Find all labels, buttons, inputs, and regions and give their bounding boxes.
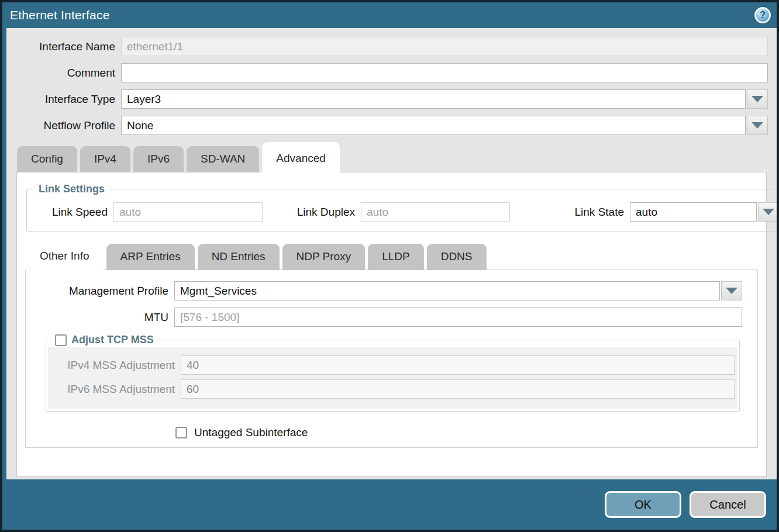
link-settings-fieldset: Link Settings Link Speed Link Duplex Lin… [26,183,777,232]
link-settings-legend: Link Settings [39,183,105,195]
netflow-profile-value[interactable]: None [121,116,746,135]
untagged-subinterface-checkbox[interactable] [175,427,187,438]
inner-tab-bar: Other Info ARP Entries ND Entries NDP Pr… [17,240,766,270]
ok-button[interactable]: OK [605,491,681,518]
comment-row: Comment [6,63,777,82]
link-duplex-label: Link Duplex [292,206,361,219]
interface-name-input [121,37,768,56]
tab-sd-wan[interactable]: SD-WAN [187,146,259,172]
chevron-down-icon [726,288,737,294]
ipv6-mss-row: IPv6 MSS Adjustment [51,379,735,399]
chevron-down-icon [752,96,763,102]
tab-advanced[interactable]: Advanced [262,142,340,172]
tab-config[interactable]: Config [17,146,77,172]
link-state-label: Link State [571,206,630,219]
chevron-down-icon [763,209,774,215]
interface-name-label: Interface Name [6,40,121,53]
netflow-profile-row: Netflow Profile None [6,116,777,135]
main-tab-bar: Config IPv4 IPv6 SD-WAN Advanced [6,142,777,172]
ipv6-mss-input [181,379,735,399]
untagged-subinterface-label: Untagged Subinterface [194,426,308,439]
interface-type-select[interactable]: Layer3 [121,89,768,109]
link-state-dropdown-button[interactable] [758,202,777,222]
adjust-tcp-mss-fieldset: Adjust TCP MSS IPv4 MSS Adjustment IPv6 … [46,334,740,412]
ethernet-interface-dialog: Ethernet Interface ? Interface Name Comm… [0,0,779,532]
dialog-body: Interface Name Comment Interface Type La… [6,28,777,479]
advanced-tab-panel: Link Settings Link Speed Link Duplex Lin… [16,172,767,476]
tab-ndp-proxy[interactable]: NDP Proxy [282,244,366,270]
link-settings-row: Link Speed Link Duplex Link State auto [32,198,777,222]
link-speed-label: Link Speed [32,206,113,219]
management-profile-row: Management Profile Mgmt_Services [41,281,742,300]
tab-nd-entries[interactable]: ND Entries [198,244,280,270]
cancel-button[interactable]: Cancel [690,491,766,518]
tab-lldp[interactable]: LLDP [368,244,424,270]
mtu-row: MTU [41,308,742,327]
ipv4-mss-label: IPv4 MSS Adjustment [51,359,181,372]
other-info-panel: Management Profile Mgmt_Services MTU [25,270,758,448]
netflow-profile-select[interactable]: None [121,116,768,135]
tab-ddns[interactable]: DDNS [427,244,487,270]
management-profile-label: Management Profile [41,285,174,298]
interface-type-row: Interface Type Layer3 [6,89,777,109]
tab-arp-entries[interactable]: ARP Entries [106,244,195,270]
dialog-footer: OK Cancel [2,479,777,530]
management-profile-dropdown-button[interactable] [721,281,742,300]
interface-type-label: Interface Type [6,93,121,106]
untagged-subinterface-row: Untagged Subinterface [175,426,742,439]
tab-ipv4[interactable]: IPv4 [80,146,130,172]
mtu-input[interactable] [174,308,742,327]
help-icon[interactable]: ? [754,7,771,23]
ipv4-mss-input [181,355,735,375]
adjust-tcp-mss-checkbox[interactable] [55,334,67,346]
dialog-title: Ethernet Interface [10,8,110,22]
link-state-select[interactable]: auto [630,202,777,222]
tab-other-info[interactable]: Other Info [26,240,104,270]
ipv4-mss-row: IPv4 MSS Adjustment [51,355,735,375]
ipv6-mss-label: IPv6 MSS Adjustment [51,383,181,396]
comment-input[interactable] [121,63,768,82]
titlebar: Ethernet Interface ? [2,2,777,28]
interface-name-row: Interface Name [6,37,777,56]
management-profile-select[interactable]: Mgmt_Services [174,281,742,300]
comment-label: Comment [6,67,121,80]
interface-type-value[interactable]: Layer3 [121,89,746,109]
link-state-value[interactable]: auto [630,202,757,222]
mss-disabled-area: IPv4 MSS Adjustment IPv6 MSS Adjustment [48,347,737,409]
management-profile-value[interactable]: Mgmt_Services [174,281,720,300]
tab-ipv6[interactable]: IPv6 [133,146,184,172]
netflow-profile-dropdown-button[interactable] [747,116,768,135]
netflow-profile-label: Netflow Profile [6,119,121,132]
link-speed-input [113,202,263,222]
mtu-label: MTU [41,311,174,324]
interface-type-dropdown-button[interactable] [747,89,768,109]
link-duplex-input [361,202,510,222]
chevron-down-icon [752,122,763,129]
adjust-tcp-mss-legend: Adjust TCP MSS [71,334,154,346]
